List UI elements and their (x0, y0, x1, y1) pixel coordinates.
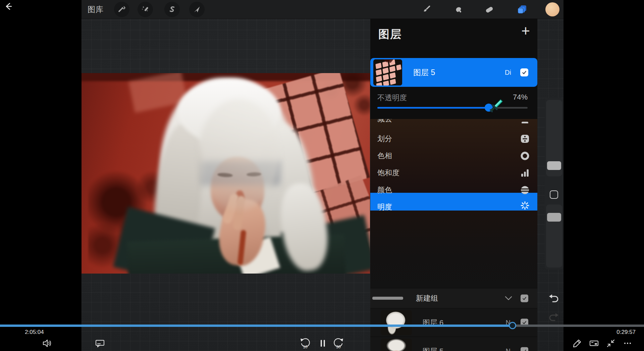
minus-circle-icon (521, 119, 529, 123)
group-row[interactable]: 新建组 (370, 288, 537, 308)
keyboard-icon (589, 338, 599, 349)
volume-icon (42, 338, 52, 349)
layers-panel-button[interactable] (515, 2, 530, 17)
layers-icon (517, 4, 527, 14)
pencil-icon (572, 338, 582, 348)
group-name: 新建组 (416, 288, 438, 308)
panel-body (370, 211, 537, 288)
layer-visibility-checkbox[interactable] (520, 68, 528, 76)
blend-mode-item-saturation[interactable]: 饱和度 (370, 164, 537, 181)
blend-mode-item-color[interactable]: 颜色 (370, 181, 537, 198)
app-toolbar: 图库 (82, 0, 564, 19)
brush-icon (422, 5, 431, 14)
wrench-icon (118, 5, 126, 13)
layer-row[interactable]: 图层 5 N (370, 337, 537, 351)
layer-thumbnail (381, 310, 412, 335)
current-time: 2:05:04 (25, 329, 44, 336)
subtitles-icon (95, 338, 105, 349)
group-visibility-checkbox[interactable] (521, 294, 528, 302)
brush-tool-button[interactable] (419, 2, 434, 17)
layer-row-selected[interactable]: 图层 5 Di (370, 58, 537, 87)
gallery-button[interactable]: 图库 (88, 0, 104, 19)
exit-fullscreen-button[interactable] (605, 337, 617, 349)
layer-name: 图层 6 (423, 308, 443, 337)
undo-button[interactable] (548, 293, 560, 305)
selection-s-icon (168, 5, 176, 13)
blend-mode-item-luminosity[interactable]: 明度 (370, 198, 537, 211)
smudge-finger-icon (454, 5, 463, 14)
layer-thumbnail (373, 59, 402, 85)
transform-arrow-icon (193, 5, 201, 13)
redo-icon (548, 312, 560, 324)
adjustments-button[interactable] (138, 2, 153, 17)
active-color-swatch[interactable] (545, 2, 559, 16)
undo-icon (548, 293, 560, 305)
actions-button[interactable] (114, 2, 129, 17)
skip-forward-30-icon: 30 (333, 338, 344, 349)
collapse-arrows-icon (606, 338, 616, 348)
more-options-button[interactable] (622, 337, 634, 349)
color-stripes-icon (521, 186, 529, 194)
hue-ring-icon (521, 152, 529, 160)
luminosity-burst-icon (521, 201, 529, 210)
opacity-slider-fill (377, 107, 489, 109)
brush-opacity-handle[interactable] (547, 213, 561, 222)
modify-button[interactable] (550, 190, 558, 199)
volume-button[interactable] (41, 337, 53, 349)
blend-mode-item-subtract[interactable]: 减去 (370, 119, 537, 127)
saturation-bars-icon (521, 169, 529, 177)
skip-back-button[interactable]: 10 (299, 337, 311, 349)
pointer-cursor-sword (487, 97, 505, 115)
pause-icon (318, 338, 328, 348)
layer-blend-mode-badge[interactable]: N (506, 337, 511, 351)
keyboard-button[interactable] (588, 337, 600, 349)
opacity-value: 74% (513, 93, 528, 102)
layer-blend-mode-badge[interactable]: Di (505, 58, 511, 87)
sidebar-slider-strip (545, 98, 564, 270)
layers-panel: 图层 + 图层 5 D (370, 19, 537, 351)
layer-name: 图层 5 (423, 337, 443, 351)
blend-mode-item-divide[interactable]: 划分 (370, 130, 537, 147)
group-thumbnail-bar (372, 297, 403, 300)
chevron-down-icon[interactable] (504, 295, 513, 302)
blend-mode-list: 减去 划分 色相 饱 (370, 119, 537, 211)
canvas-artwork (82, 73, 370, 274)
subtitles-button[interactable] (94, 337, 106, 349)
seek-bar[interactable] (0, 325, 644, 327)
procreate-app-frame: 图库 (82, 0, 564, 351)
layer-visibility-checkbox[interactable] (521, 347, 528, 351)
smudge-tool-button[interactable] (451, 2, 467, 17)
video-player: 图库 (0, 0, 644, 351)
back-button[interactable] (3, 1, 13, 11)
skip-forward-button[interactable]: 30 (332, 337, 344, 349)
seek-bar-progress (0, 325, 513, 327)
brush-size-handle[interactable] (547, 161, 561, 170)
layers-panel-title: 图层 (378, 27, 402, 42)
annotate-button[interactable] (571, 337, 583, 349)
divide-square-icon (521, 134, 529, 143)
layer-thumbnail (381, 339, 412, 351)
eraser-icon (485, 5, 494, 14)
ellipsis-icon (623, 338, 633, 348)
transform-button[interactable] (189, 2, 205, 17)
add-layer-button[interactable]: + (521, 23, 530, 38)
skip-back-10-icon: 10 (300, 338, 311, 349)
layer-name: 图层 5 (413, 58, 435, 87)
pause-button[interactable] (317, 337, 329, 349)
blend-mode-item-hue[interactable]: 色相 (370, 147, 537, 164)
eraser-tool-button[interactable] (482, 2, 497, 17)
selection-button[interactable] (164, 2, 180, 17)
redo-button[interactable] (548, 312, 560, 324)
remaining-time: 0:29:57 (616, 329, 636, 336)
arrow-left-icon (3, 1, 13, 11)
opacity-label: 不透明度 (377, 93, 407, 103)
magic-wand-icon (141, 5, 149, 13)
